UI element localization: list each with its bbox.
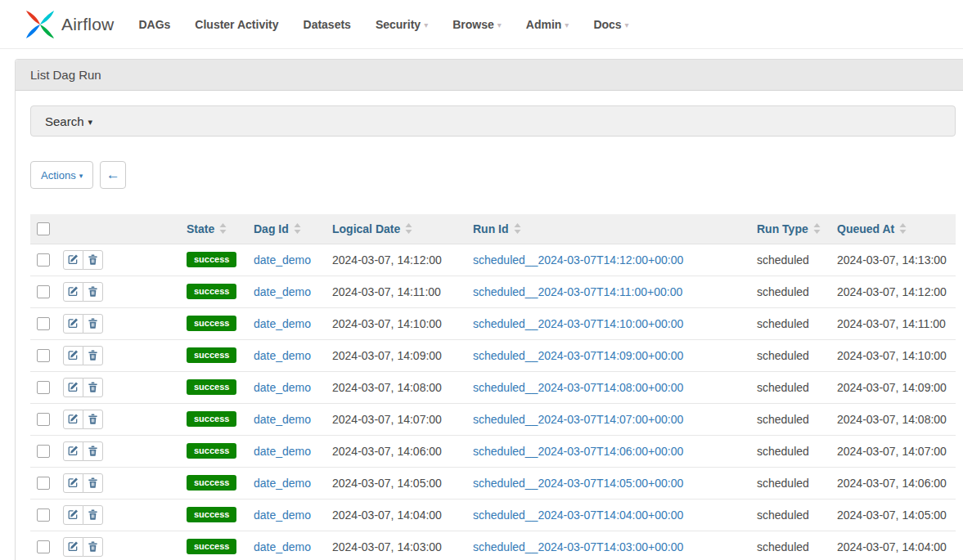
row-actions [63, 346, 103, 365]
row-checkbox[interactable] [37, 477, 50, 490]
row-actions [63, 473, 103, 493]
actions-column-header [56, 214, 180, 244]
column-header-run-type[interactable]: Run Type [757, 222, 821, 235]
column-header-state[interactable]: State [187, 222, 227, 235]
nav-item-browse[interactable]: Browse▾ [452, 18, 502, 31]
trash-icon [88, 414, 98, 424]
run-id-link[interactable]: scheduled__2024-03-07T14:04:00+00:00 [473, 508, 683, 522]
actions-button[interactable]: Actions ▾ [30, 161, 93, 189]
row-checkbox[interactable] [37, 508, 50, 522]
delete-button[interactable] [83, 441, 103, 461]
nav-item-docs[interactable]: Docs▾ [593, 18, 628, 31]
dag-id-link[interactable]: date_demo [254, 381, 311, 394]
run-type-cell: scheduled [750, 371, 830, 403]
run-type-cell: scheduled [750, 244, 830, 276]
delete-button[interactable] [83, 378, 103, 397]
select-all-checkbox[interactable] [37, 222, 50, 235]
delete-button[interactable] [83, 314, 103, 334]
caret-down-icon: ▾ [565, 20, 569, 29]
dag-id-link[interactable]: date_demo [254, 349, 311, 362]
toolbar: Actions ▾ ← [30, 161, 956, 189]
row-checkbox[interactable] [37, 540, 50, 553]
dag-id-link[interactable]: date_demo [254, 477, 311, 490]
table-row: success date_demo 2024-03-07, 14:03:00 s… [30, 531, 956, 560]
table-row: success date_demo 2024-03-07, 14:12:00 s… [30, 244, 956, 276]
edit-icon [68, 286, 79, 297]
edit-button[interactable] [63, 537, 83, 557]
table-row: success date_demo 2024-03-07, 14:08:00 s… [30, 371, 956, 403]
nav-item-dags[interactable]: DAGs [138, 18, 170, 31]
run-id-link[interactable]: scheduled__2024-03-07T14:05:00+00:00 [473, 477, 683, 490]
edit-button[interactable] [63, 282, 83, 302]
delete-button[interactable] [83, 537, 103, 557]
column-header-queued-at[interactable]: Queued At [837, 222, 907, 235]
row-checkbox[interactable] [37, 253, 50, 267]
nav-item-datasets[interactable]: Datasets [304, 18, 351, 31]
table-row: success date_demo 2024-03-07, 14:04:00 s… [30, 499, 956, 531]
caret-down-icon: ▾ [79, 172, 83, 180]
run-id-link[interactable]: scheduled__2024-03-07T14:07:00+00:00 [473, 413, 683, 426]
queued-at-cell: 2024-03-07, 14:11:00 [830, 307, 956, 339]
delete-button[interactable] [83, 473, 103, 493]
edit-button[interactable] [63, 410, 83, 429]
trash-icon [88, 350, 98, 361]
nav-item-cluster-activity[interactable]: Cluster Activity [195, 18, 278, 31]
logical-date-cell: 2024-03-07, 14:06:00 [326, 435, 466, 467]
delete-button[interactable] [83, 282, 103, 302]
run-id-link[interactable]: scheduled__2024-03-07T14:06:00+00:00 [473, 445, 683, 458]
panel-body: Search ▾ Actions ▾ ← State Dag [16, 91, 963, 560]
logical-date-cell: 2024-03-07, 14:12:00 [326, 244, 466, 276]
column-header-dag-id[interactable]: Dag Id [254, 222, 301, 235]
row-checkbox[interactable] [37, 349, 50, 362]
queued-at-cell: 2024-03-07, 14:10:00 [830, 339, 956, 371]
dag-id-link[interactable]: date_demo [254, 413, 311, 426]
back-button[interactable]: ← [100, 161, 126, 189]
delete-button[interactable] [83, 346, 103, 365]
column-header-run-id[interactable]: Run Id [473, 222, 521, 235]
airflow-brand[interactable]: Airflow [25, 9, 114, 40]
row-checkbox[interactable] [37, 445, 50, 458]
nav-item-security[interactable]: Security▾ [376, 18, 428, 31]
list-dag-run-panel: List Dag Run Search ▾ Actions ▾ ← [15, 59, 963, 560]
sort-icon [219, 223, 227, 234]
edit-button[interactable] [63, 314, 83, 334]
dag-id-link[interactable]: date_demo [254, 508, 311, 522]
row-checkbox[interactable] [37, 413, 50, 426]
edit-button[interactable] [63, 473, 83, 493]
edit-icon [68, 382, 79, 392]
run-id-link[interactable]: scheduled__2024-03-07T14:08:00+00:00 [473, 381, 683, 394]
dag-id-link[interactable]: date_demo [254, 317, 311, 330]
column-header-logical-date[interactable]: Logical Date [332, 222, 412, 235]
logical-date-cell: 2024-03-07, 14:11:00 [326, 276, 466, 307]
delete-button[interactable] [83, 505, 103, 525]
caret-down-icon: ▾ [497, 20, 502, 29]
dag-id-link[interactable]: date_demo [254, 285, 311, 298]
dag-id-link[interactable]: date_demo [254, 253, 311, 267]
edit-button[interactable] [63, 250, 83, 270]
edit-button[interactable] [63, 505, 83, 525]
run-id-link[interactable]: scheduled__2024-03-07T14:12:00+00:00 [473, 253, 683, 267]
row-checkbox[interactable] [37, 285, 50, 298]
edit-button[interactable] [63, 441, 83, 461]
edit-button[interactable] [63, 346, 83, 365]
nav-item-admin[interactable]: Admin▾ [526, 18, 569, 31]
edit-button[interactable] [63, 378, 83, 397]
run-id-link[interactable]: scheduled__2024-03-07T14:03:00+00:00 [473, 540, 683, 553]
page-gap [0, 49, 963, 59]
row-checkbox[interactable] [37, 381, 50, 394]
edit-icon [68, 414, 79, 424]
row-checkbox[interactable] [37, 317, 50, 330]
search-accordion-toggle[interactable]: Search ▾ [30, 105, 956, 137]
run-id-link[interactable]: scheduled__2024-03-07T14:10:00+00:00 [473, 317, 683, 330]
state-badge: success [187, 252, 236, 267]
queued-at-cell: 2024-03-07, 14:06:00 [830, 467, 956, 499]
run-id-link[interactable]: scheduled__2024-03-07T14:09:00+00:00 [473, 349, 683, 362]
dag-id-link[interactable]: date_demo [254, 540, 311, 553]
delete-button[interactable] [83, 410, 103, 429]
table-header-row: State Dag Id Logical Date Run Id Run Typ… [30, 214, 956, 244]
dag-id-link[interactable]: date_demo [254, 445, 311, 458]
delete-button[interactable] [83, 250, 103, 270]
logical-date-cell: 2024-03-07, 14:04:00 [326, 499, 466, 531]
run-id-link[interactable]: scheduled__2024-03-07T14:11:00+00:00 [473, 285, 682, 298]
trash-icon [88, 477, 98, 488]
